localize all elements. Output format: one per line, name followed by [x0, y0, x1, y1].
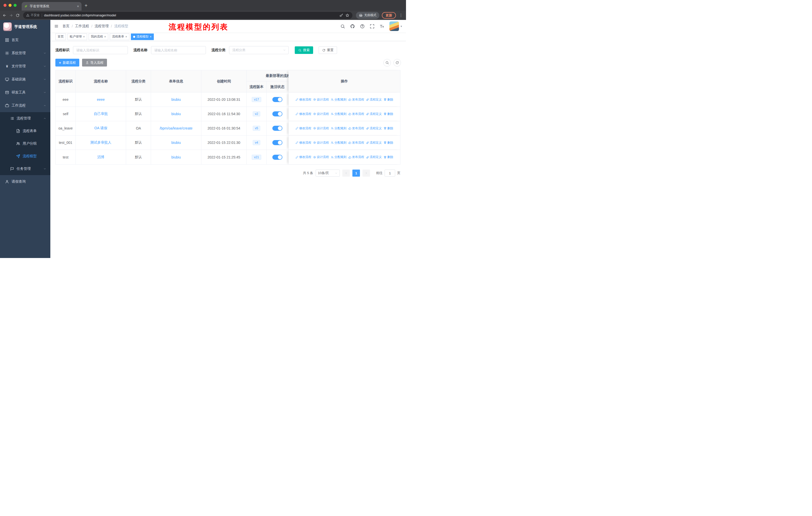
app-logo[interactable]: 芋道管理系统 — [0, 20, 50, 33]
search-icon[interactable] — [340, 24, 345, 29]
edit-process-link[interactable]: 修改流程 — [295, 112, 311, 116]
sidebar-item-leave-query[interactable]: 请假查询 — [0, 175, 50, 188]
publish-process-link[interactable]: 发布流程 — [348, 126, 364, 131]
update-button[interactable]: 更新 — [382, 12, 396, 19]
fullscreen-icon[interactable] — [370, 24, 375, 29]
sidebar-item-task-mgmt[interactable]: 任务管理 — [0, 163, 50, 175]
tag-process-form[interactable]: 流程表单 × — [110, 33, 129, 40]
hamburger-icon[interactable] — [54, 24, 58, 28]
create-process-button[interactable]: + 新建流程 — [55, 59, 79, 66]
process-definition-link[interactable]: 流程定义 — [366, 141, 382, 145]
version-badge[interactable]: v21 — [252, 155, 261, 160]
form-info-link[interactable]: biubiu — [171, 98, 181, 102]
version-badge[interactable]: v4 — [253, 140, 261, 145]
version-badge[interactable]: v2 — [253, 111, 261, 116]
new-tab-button[interactable]: + — [85, 3, 88, 8]
design-process-link[interactable]: 设计流程 — [313, 98, 329, 102]
delete-link[interactable]: 删除 — [384, 155, 394, 159]
close-icon[interactable]: × — [83, 35, 85, 38]
process-definition-link[interactable]: 流程定义 — [366, 112, 382, 116]
process-name-link[interactable]: 测试多审批人 — [90, 140, 112, 145]
refresh-table-button[interactable] — [394, 59, 401, 66]
process-definition-link[interactable]: 流程定义 — [366, 126, 382, 131]
key-icon[interactable] — [339, 13, 343, 18]
sidebar-item-user-group[interactable]: 用户分组 — [0, 137, 50, 150]
reset-button[interactable]: 重置 — [319, 46, 337, 54]
publish-process-link[interactable]: 发布流程 — [348, 98, 364, 102]
process-name-link[interactable]: 自己审批 — [94, 112, 108, 116]
form-info-link[interactable]: biubiu — [171, 155, 181, 159]
version-badge[interactable]: v5 — [253, 126, 261, 131]
font-size-icon[interactable] — [380, 24, 384, 29]
category-select[interactable]: 流程分类 — [229, 46, 289, 54]
delete-link[interactable]: 删除 — [384, 112, 394, 116]
close-icon[interactable]: × — [150, 35, 151, 38]
publish-process-link[interactable]: 发布流程 — [348, 155, 364, 159]
sidebar-item-process-model[interactable]: 流程模型 — [0, 150, 50, 163]
publish-process-link[interactable]: 发布流程 — [348, 141, 364, 145]
tag-tenant[interactable]: 租户管理 × — [67, 33, 87, 40]
process-name-link[interactable]: 滔博 — [97, 155, 105, 160]
assign-rule-link[interactable]: 分配规则 — [331, 126, 347, 131]
github-icon[interactable] — [350, 24, 355, 29]
active-toggle[interactable] — [272, 97, 283, 102]
tab-close-icon[interactable]: × — [77, 4, 79, 8]
next-page-button[interactable] — [362, 169, 370, 176]
design-process-link[interactable]: 设计流程 — [313, 141, 329, 145]
current-page-button[interactable]: 1 — [352, 169, 360, 176]
edit-process-link[interactable]: 修改流程 — [295, 155, 311, 159]
security-warning[interactable]: 不安全 — [26, 13, 40, 18]
user-menu[interactable]: ▾ — [389, 21, 402, 31]
assign-rule-link[interactable]: 分配规则 — [331, 141, 347, 145]
toggle-search-button[interactable] — [383, 59, 391, 66]
process-definition-link[interactable]: 流程定义 — [366, 98, 382, 102]
tag-home[interactable]: 首页 — [55, 33, 66, 40]
breadcrumb-process-mgmt[interactable]: 流程管理 — [95, 24, 109, 28]
design-process-link[interactable]: 设计流程 — [313, 155, 329, 159]
browser-menu-icon[interactable]: ⋮ — [399, 13, 404, 18]
delete-link[interactable]: 删除 — [384, 126, 394, 131]
prev-page-button[interactable] — [342, 169, 350, 176]
minimize-window-button[interactable] — [8, 4, 11, 7]
sidebar-item-devtools[interactable]: 研发工具 — [0, 86, 50, 99]
active-toggle[interactable] — [272, 111, 283, 116]
edit-process-link[interactable]: 修改流程 — [295, 126, 311, 131]
sidebar-item-workflow[interactable]: 工作流程 — [0, 99, 50, 112]
reload-icon[interactable] — [16, 13, 20, 18]
goto-page-input[interactable] — [385, 169, 395, 176]
delete-link[interactable]: 删除 — [384, 141, 394, 145]
process-definition-link[interactable]: 流程定义 — [366, 155, 382, 159]
active-toggle[interactable] — [272, 126, 283, 131]
edit-process-link[interactable]: 修改流程 — [295, 141, 311, 145]
tag-process-model-active[interactable]: 流程模型 × — [131, 33, 154, 40]
search-button[interactable]: 搜索 — [295, 46, 313, 54]
process-name-link[interactable]: eeee — [97, 98, 105, 102]
sidebar-item-payment[interactable]: ¥ 支付管理 — [0, 60, 50, 73]
sidebar-item-process-form[interactable]: 流程表单 — [0, 125, 50, 137]
process-id-input[interactable] — [73, 46, 128, 54]
sidebar-item-infra[interactable]: 基础设施 — [0, 73, 50, 86]
assign-rule-link[interactable]: 分配规则 — [331, 112, 347, 116]
version-badge[interactable]: v17 — [252, 97, 261, 102]
form-info-link[interactable]: biubiu — [171, 141, 181, 145]
browser-tab[interactable]: 芋道管理系统 × — [22, 2, 82, 10]
process-name-input[interactable] — [151, 46, 206, 54]
close-icon[interactable]: × — [104, 35, 106, 38]
close-window-button[interactable] — [3, 4, 6, 7]
star-icon[interactable] — [345, 13, 349, 18]
design-process-link[interactable]: 设计流程 — [313, 126, 329, 131]
close-icon[interactable]: × — [125, 35, 127, 38]
help-icon[interactable] — [360, 24, 365, 29]
sidebar-item-system[interactable]: 系统管理 — [0, 47, 50, 60]
active-toggle[interactable] — [272, 155, 283, 160]
edit-process-link[interactable]: 修改流程 — [295, 98, 311, 102]
active-toggle[interactable] — [272, 140, 283, 145]
breadcrumb-home[interactable]: 首页 — [62, 24, 69, 28]
page-size-select[interactable]: 10条/页 — [316, 169, 340, 176]
assign-rule-link[interactable]: 分配规则 — [331, 155, 347, 159]
breadcrumb-workflow[interactable]: 工作流程 — [75, 24, 89, 28]
back-icon[interactable] — [2, 13, 6, 18]
publish-process-link[interactable]: 发布流程 — [348, 112, 364, 116]
sidebar-item-process-mgmt[interactable]: 流程管理 — [0, 112, 50, 125]
form-info-link[interactable]: biubiu — [171, 112, 181, 116]
